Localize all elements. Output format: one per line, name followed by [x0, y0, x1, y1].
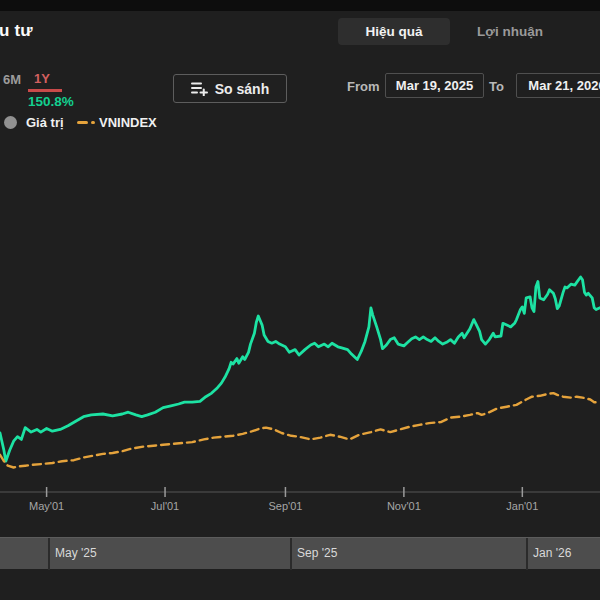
navigator-month-label: May '25: [55, 546, 97, 560]
period-active-underline: [28, 89, 62, 92]
to-date-input[interactable]: Mar 21, 2026: [516, 73, 600, 98]
from-date-input[interactable]: Mar 19, 2025: [385, 73, 484, 98]
navigator-month-label: Sep '25: [297, 546, 337, 560]
playlist-add-icon: [191, 81, 208, 96]
vnindex-line: [0, 393, 600, 467]
compare-button[interactable]: So sánh: [173, 74, 287, 103]
compare-button-label: So sánh: [215, 81, 269, 97]
navigator-divider: [526, 538, 528, 570]
x-axis-tick-label: Jul'01: [151, 500, 179, 512]
navigator-divider: [48, 538, 50, 570]
portfolio-value-line: [0, 277, 600, 461]
period-button-1y[interactable]: 1Y: [34, 71, 50, 86]
return-percentage: 150.8%: [28, 94, 74, 109]
legend-index-label[interactable]: VNINDEX: [99, 115, 157, 130]
tab-loi-nhuan[interactable]: Lợi nhuận: [468, 18, 552, 45]
portfolio-performance-screen: u tư Hiệu quả Lợi nhuận 6M 1Y 150.8% So …: [0, 0, 600, 600]
navigator-divider: [290, 538, 292, 570]
timeline-navigator[interactable]: May '25Sep '25Jan '26: [0, 537, 600, 569]
to-label: To: [489, 79, 504, 94]
top-strip: [0, 0, 600, 11]
from-label: From: [347, 79, 380, 94]
navigator-month-label: Jan '26: [533, 546, 571, 560]
x-axis-tick-label: Jan'01: [506, 500, 538, 512]
legend-index-dash-icon[interactable]: [91, 121, 95, 124]
page-title: u tư: [0, 21, 33, 41]
x-axis-tick-label: May'01: [29, 500, 64, 512]
legend-index-dash-icon[interactable]: [77, 121, 88, 124]
period-button-6m[interactable]: 6M: [3, 72, 21, 87]
tab-hieu-qua[interactable]: Hiệu quả: [338, 18, 450, 45]
legend-value-label[interactable]: Giá trị: [26, 115, 64, 130]
x-axis-tick-label: Nov'01: [387, 500, 421, 512]
legend-value-dot-icon[interactable]: [4, 116, 17, 129]
x-axis-tick-label: Sep'01: [268, 500, 302, 512]
